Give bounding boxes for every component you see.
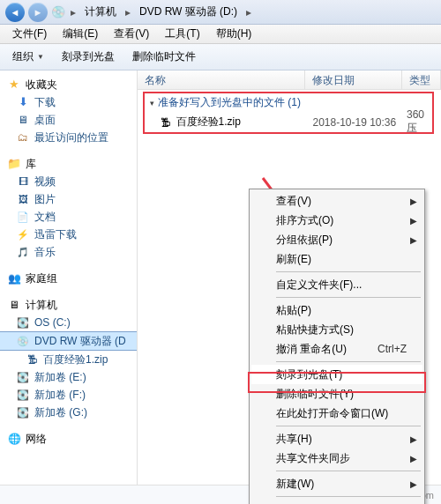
recent-icon [16,130,30,145]
ctx-label: 刻录到光盘(T) [276,367,342,382]
sidebar-item-osc[interactable]: OS (C:) [0,314,137,331]
sidebar-label: OS (C:) [34,315,71,330]
sidebar-network[interactable]: 网络 [0,430,137,448]
file-date: 2018-10-19 10:36 [312,116,407,129]
menubar: 文件(F) 编辑(E) 查看(V) 工具(T) 帮助(H) [0,25,441,44]
dvd-drive-icon: 💿 [51,5,65,19]
ctx-paste-shortcut[interactable]: 粘贴快捷方式(S) [251,320,422,339]
toolbar-delete-temp[interactable]: 删除临时文件 [125,47,203,67]
sidebar-item-downloads[interactable]: 下载 [0,93,137,111]
file-row[interactable]: 百度经验1.zip 2018-10-19 10:36 360压 [138,114,441,130]
toolbar-organize[interactable]: 组织 ▼ [5,47,51,67]
desktop-icon [16,113,30,127]
ctx-label: 自定义文件夹(F)... [276,278,362,293]
menu-tools[interactable]: 工具(T) [158,25,206,43]
sidebar-label: 新加卷 (F:) [34,388,86,402]
sidebar-label: 图片 [34,192,56,206]
column-header-date[interactable]: 修改日期 [305,70,402,89]
sidebar-label: 音乐 [34,245,56,259]
ctx-label: 在此处打开命令窗口(W) [276,406,388,421]
ctx-separator [276,271,421,272]
nav-forward-button[interactable]: ► [28,3,48,22]
sidebar-label: 家庭组 [26,271,57,285]
sidebar-libraries[interactable]: 库 [0,155,137,173]
ctx-label: 刷新(E) [276,252,311,267]
toolbar-burn[interactable]: 刻录到光盘 [55,47,122,67]
document-icon [16,210,30,224]
sidebar-label: 文档 [34,210,56,224]
sidebar-item-pictures[interactable]: 图片 [0,190,137,208]
ctx-separator [276,496,421,497]
ctx-customize[interactable]: 自定义文件夹(F)... [251,275,422,294]
sidebar-item-zip[interactable]: 百度经验1.zip [0,351,137,368]
ctx-group[interactable]: 分组依据(P)▶ [251,230,422,249]
picture-icon [16,192,30,206]
chevron-down-icon: ▼ [37,53,44,61]
submenu-arrow-icon: ▶ [410,196,417,206]
ctx-label: 粘贴快捷方式(S) [276,322,354,337]
sidebar-item-music[interactable]: 音乐 [0,243,137,261]
sidebar-item-vol-g[interactable]: 新加卷 (G:) [0,404,137,421]
ctx-share-sync[interactable]: 共享文件夹同步▶ [251,448,422,468]
ctx-properties[interactable]: 属性(R) [251,500,422,504]
group-header[interactable]: ▾ 准备好写入到光盘中的文件 (1) [138,90,441,114]
thunder-icon [16,227,30,241]
sidebar-item-vol-e[interactable]: 新加卷 (E:) [0,368,137,386]
ctx-label: 查看(V) [276,194,311,209]
ctx-open-cmd[interactable]: 在此处打开命令窗口(W) [251,404,422,423]
menu-file[interactable]: 文件(F) [5,25,54,43]
sidebar-computer[interactable]: 计算机 [0,296,137,314]
sidebar-item-desktop[interactable]: 桌面 [0,111,137,129]
drive-icon [16,315,30,330]
ctx-label: 共享(H) [276,432,312,447]
sidebar-favorites[interactable]: 收藏夹 [0,76,137,93]
ctx-label: 排序方式(O) [276,213,333,228]
submenu-arrow-icon: ▶ [410,479,417,489]
nav-back-button[interactable]: ◄ [5,3,25,22]
ctx-separator [276,361,421,362]
ctx-label: 粘贴(P) [276,303,311,318]
ctx-new[interactable]: 新建(W)▶ [251,474,422,493]
menu-view[interactable]: 查看(V) [107,25,156,43]
addr-sep-icon: ▸ [123,6,132,19]
sidebar-item-dvd[interactable]: DVD RW 驱动器 (D [0,331,137,351]
star-icon [7,78,21,92]
context-menu: 查看(V)▶ 排序方式(O)▶ 分组依据(P)▶ 刷新(E) 自定义文件夹(F)… [249,189,425,504]
ctx-delete-temp[interactable]: 删除临时文件(Y) [251,384,422,404]
sidebar-item-documents[interactable]: 文档 [0,208,137,226]
ctx-separator [276,426,421,426]
ctx-sort[interactable]: 排序方式(O)▶ [251,211,422,230]
sidebar-item-recent[interactable]: 最近访问的位置 [0,129,137,146]
ctx-label: 分组依据(P) [276,233,333,248]
music-icon [16,245,30,259]
toolbar-organize-label: 组织 [12,49,34,64]
column-header-type[interactable]: 类型 [402,70,441,89]
drive-icon [16,388,30,402]
sidebar-item-vol-f[interactable]: 新加卷 (F:) [0,386,137,404]
submenu-arrow-icon: ▶ [410,216,417,226]
file-name: 百度经验1.zip [176,115,313,130]
ctx-paste[interactable]: 粘贴(P) [251,300,422,320]
menu-help[interactable]: 帮助(H) [209,25,259,43]
address-segment-computer[interactable]: 计算机 [81,3,120,21]
toolbar-delete-temp-label: 删除临时文件 [132,49,196,64]
ctx-undo-rename[interactable]: 撤消 重命名(U)Ctrl+Z [251,339,422,359]
sidebar-label: 迅雷下载 [34,227,77,241]
address-segment-drive[interactable]: DVD RW 驱动器 (D:) [136,3,241,21]
sidebar-label: 网络 [26,432,47,446]
ctx-share[interactable]: 共享(H)▶ [251,429,422,448]
sidebar-homegroup[interactable]: 家庭组 [0,270,137,287]
sidebar-item-videos[interactable]: 视频 [0,173,137,190]
sidebar-item-thunder[interactable]: 迅雷下载 [0,226,137,243]
submenu-arrow-icon: ▶ [410,235,417,245]
menu-edit[interactable]: 编辑(E) [56,25,105,43]
ctx-view[interactable]: 查看(V)▶ [251,191,422,211]
group-header-label: 准备好写入到光盘中的文件 (1) [158,95,301,110]
titlebar: ◄ ► 💿 ▸ 计算机 ▸ DVD RW 驱动器 (D:) ▸ [0,0,441,25]
column-header-name[interactable]: 名称 [138,70,305,89]
ctx-burn[interactable]: 刻录到光盘(T) [251,365,422,384]
ctx-label: 新建(W) [276,477,314,492]
ctx-refresh[interactable]: 刷新(E) [251,249,422,269]
toolbar: 组织 ▼ 刻录到光盘 删除临时文件 [0,44,441,70]
dvd-icon [16,334,30,348]
